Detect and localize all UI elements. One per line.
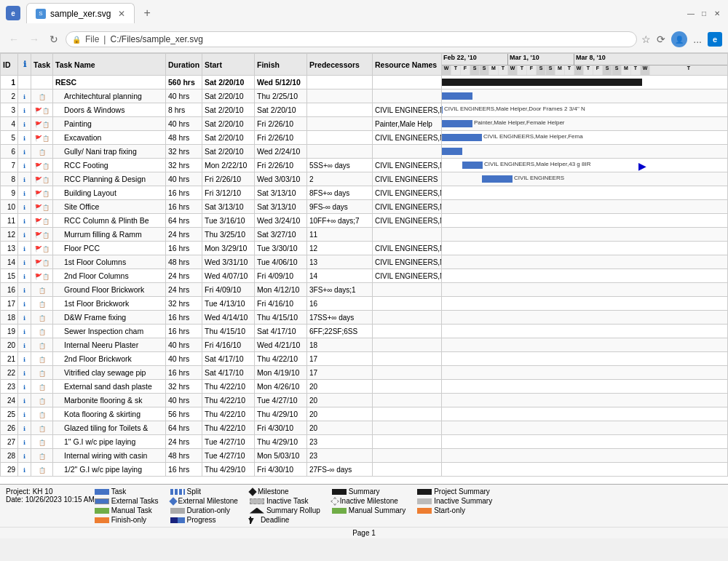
cell-id: 13 [1,242,18,255]
cell-finish: Wed 3/03/10 [255,172,307,186]
cell-start: Sat 2/20/10 [202,89,255,103]
legend-start-only: Start-only [417,506,492,514]
more-options-icon[interactable]: ... [693,33,702,45]
info-cell-icon: ℹ [23,439,25,446]
gantt-cell-content [442,421,727,434]
cell-gantt [442,297,728,311]
close-button[interactable]: ✕ [712,8,722,18]
cell-mode: 📋 [31,311,53,325]
cell-id: 2 [1,89,18,103]
settings-icon[interactable]: ⟳ [657,33,665,45]
gantt-task-bar [442,92,472,100]
cell-gantt [442,145,728,159]
inactive-summary-bar [417,498,432,504]
week-header-row: Feb 22, '10 Mar 1, '10 Mar 8, '10 [442,54,727,65]
cell-mode: 🚩📋 [31,131,53,145]
new-tab-button[interactable]: + [138,4,156,23]
cell-id: 9 [1,186,18,200]
gantt-cell-content [442,200,727,213]
table-row: 7 ℹ 🚩📋 RCC Footing 32 hrs Mon 2/22/10 Fr… [1,159,728,172]
tab-close-button[interactable]: ✕ [118,9,125,19]
cell-resources: CIVIL ENGINEERS [373,172,442,186]
cell-finish: Fri 4/09/10 [255,269,307,283]
red-mode-icon: 🚩 [35,260,42,266]
blue-mode-icon: 📋 [39,301,46,308]
cell-gantt: CIVIL ENGINEERS,Male Helper,Fema [442,131,728,145]
page-number: Page 1 [0,527,728,538]
gantt-bar-label: CIVIL ENGINEERS,Male Helper,43 g 8IR [484,161,590,167]
maximize-button[interactable]: □ [699,8,709,18]
blue-mode-icon: 📋 [42,246,50,252]
week-label-2: Mar 1, '10 [508,54,574,65]
cell-resources: Painter,Male Help [373,117,442,131]
cell-mode: 🚩📋 [31,242,53,255]
cell-resources [373,366,442,380]
cell-gantt [442,269,728,283]
cell-start: Thu 4/15/10 [202,325,255,338]
cell-resources [373,352,442,366]
gantt-cell-content [442,145,727,158]
table-row: 22 ℹ 📋 Vitrified clay sewage pip 16 hrs … [1,366,728,380]
refresh-button[interactable]: ↻ [47,32,61,47]
cell-predecessors [307,117,373,131]
blue-mode-icon: 📋 [42,135,50,142]
cell-info: ℹ [18,159,31,172]
cell-predecessors: 14 [307,269,373,283]
cell-name: 2nd Floor Columns [53,269,166,283]
cell-duration: 32 hrs [166,380,202,394]
cell-start: Sat 2/20/10 [202,145,255,159]
table-row: 11 ℹ 🚩📋 RCC Column & Plinth Be 64 hrs Tu… [1,214,728,228]
cell-duration: 8 hrs [166,103,202,117]
active-tab[interactable]: S sample_xer.svg ✕ [26,3,135,23]
table-row: 19 ℹ 📋 Sewer Inspection cham 16 hrs Thu … [1,325,728,338]
table-row: 26 ℹ 📋 Glazed tiling for Toilets & 64 hr… [1,421,728,435]
back-button[interactable]: ← [6,32,22,47]
cell-resources [373,407,442,421]
info-cell-icon: ℹ [23,343,25,349]
cell-start: Wed 4/07/10 [202,269,255,283]
blue-mode-icon: 📋 [42,177,50,183]
blue-mode-icon: 📋 [42,218,50,225]
info-cell-icon: ℹ [23,329,25,335]
cell-predecessors [307,145,373,159]
cell-gantt [442,186,728,200]
cell-predecessors [307,89,373,103]
cell-start: Wed 4/14/10 [202,311,255,325]
cell-predecessors: 5SS+∞ days [307,159,373,172]
gantt-task-bar [442,120,472,127]
table-row: 27 ℹ 📋 1" G.I w/c pipe laying 24 hrs Tue… [1,435,728,449]
gantt-cell-content: Painter,Male Helper,Female Helper [442,117,727,130]
col-id: ID [1,54,18,76]
blue-mode-icon: 📋 [39,315,46,322]
info-cell-icon: ℹ [23,218,25,225]
cell-id: 3 [1,103,18,117]
profile-avatar[interactable]: 👤 [671,31,687,47]
cell-mode: 📋 [31,89,53,103]
forward-button[interactable]: → [26,32,42,47]
legend-deadline: Deadline [250,516,320,524]
cell-id: 27 [1,435,18,449]
col-predecessors: Predecessors [307,54,373,76]
legend-external: External Tasks [95,497,159,505]
cell-resources: CIVIL ENGINEERS,M [373,242,442,255]
cell-predecessors: 23 [307,449,373,463]
gantt-task-bar [442,148,462,155]
summary-bar [332,489,347,495]
address-input[interactable]: 🔒 File | C:/Files/sample_xer.svg [66,31,637,47]
legend-task: Task [95,488,159,496]
minimize-button[interactable]: — [686,8,696,18]
gantt-cell-content [442,297,727,310]
cell-duration: 24 hrs [166,283,202,297]
cell-info: ℹ [18,325,31,338]
cell-predecessors: 18 [307,338,373,352]
cell-name: Sewer Inspection cham [53,325,166,338]
red-mode-icon: 🚩 [35,191,42,197]
bookmark-icon[interactable]: ☆ [641,33,651,45]
cell-start: Fri 2/26/10 [202,172,255,186]
gantt-cell-content [442,366,727,379]
cell-info: ℹ [18,103,31,117]
cell-finish: Fri 4/30/10 [255,421,307,435]
gantt-bar-label: CIVIL ENGINEERS [514,175,564,181]
start-only-bar [417,508,432,514]
blue-mode-icon: 📋 [39,467,46,474]
